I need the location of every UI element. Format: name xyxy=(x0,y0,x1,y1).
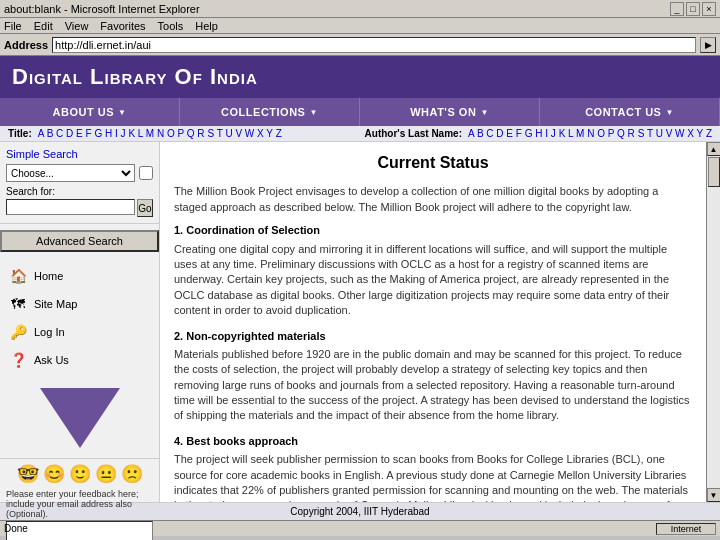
choose-checkbox[interactable] xyxy=(139,166,153,180)
login-icon: 🔑 xyxy=(8,322,28,342)
browser-controls: _ □ × xyxy=(670,2,716,16)
address-input[interactable] xyxy=(52,37,696,53)
nav-contact-us-arrow: ▼ xyxy=(665,108,673,117)
title-alpha-S[interactable]: S xyxy=(207,128,214,139)
content-title: Current Status xyxy=(174,152,692,174)
author-alpha-Y[interactable]: Y xyxy=(697,128,704,139)
title-alpha-V[interactable]: V xyxy=(235,128,242,139)
title-alpha-P[interactable]: P xyxy=(178,128,185,139)
sidebar-nav-login[interactable]: 🔑 Log In xyxy=(0,318,159,346)
menu-file[interactable]: File xyxy=(4,20,22,32)
nav-bar: ABOUT US ▼ COLLECTIONS ▼ WHAT'S ON ▼ CON… xyxy=(0,98,720,126)
author-alpha-S[interactable]: S xyxy=(638,128,645,139)
sidebar-nav-askus-label: Ask Us xyxy=(34,354,69,366)
title-alpha-N[interactable]: N xyxy=(157,128,164,139)
title-alpha-A[interactable]: A xyxy=(38,128,44,139)
menu-edit[interactable]: Edit xyxy=(34,20,53,32)
title-alpha-H[interactable]: H xyxy=(105,128,112,139)
author-alpha-E[interactable]: E xyxy=(506,128,513,139)
author-alpha-R[interactable]: R xyxy=(628,128,635,139)
author-alpha-Z[interactable]: Z xyxy=(706,128,712,139)
title-alpha-Q[interactable]: Q xyxy=(187,128,195,139)
scroll-thumb[interactable] xyxy=(708,157,720,187)
title-alpha-U[interactable]: U xyxy=(225,128,232,139)
title-alpha-B[interactable]: B xyxy=(47,128,54,139)
title-alpha-links: A B C D E F G H I J K L M N O P Q R S T … xyxy=(38,128,282,139)
scroll-down-button[interactable]: ▼ xyxy=(707,488,721,502)
status-right: Internet xyxy=(656,523,716,535)
nav-collections[interactable]: COLLECTIONS ▼ xyxy=(180,98,360,126)
address-bar: Address ▶ xyxy=(0,34,720,56)
go-button[interactable]: Go xyxy=(137,199,153,217)
nav-about-us-arrow: ▼ xyxy=(118,108,126,117)
author-alpha-C[interactable]: C xyxy=(486,128,493,139)
author-alpha-F[interactable]: F xyxy=(516,128,522,139)
choose-select[interactable]: Choose... xyxy=(6,164,135,182)
maximize-button[interactable]: □ xyxy=(686,2,700,16)
content-section-1: 2. Non-copyrighted materialsMaterials pu… xyxy=(174,329,692,424)
title-alpha-Z[interactable]: Z xyxy=(276,128,282,139)
title-alpha-D[interactable]: D xyxy=(66,128,73,139)
title-alpha-L[interactable]: L xyxy=(138,128,143,139)
author-alpha-U[interactable]: U xyxy=(656,128,663,139)
advanced-search-button[interactable]: Advanced Search xyxy=(0,230,159,252)
sidebar-nav-sitemap[interactable]: 🗺 Site Map xyxy=(0,290,159,318)
title-alpha-J[interactable]: J xyxy=(121,128,126,139)
author-alpha-Q[interactable]: Q xyxy=(617,128,625,139)
nav-about-us[interactable]: ABOUT US ▼ xyxy=(0,98,180,126)
title-alpha-X[interactable]: X xyxy=(257,128,264,139)
title-alpha-K[interactable]: K xyxy=(128,128,135,139)
author-alpha-M[interactable]: M xyxy=(576,128,584,139)
nav-whats-on-arrow: ▼ xyxy=(480,108,488,117)
choose-row: Choose... xyxy=(6,164,153,182)
address-label: Address xyxy=(4,39,48,51)
title-alpha-M[interactable]: M xyxy=(146,128,154,139)
nav-whats-on[interactable]: WHAT'S ON ▼ xyxy=(360,98,540,126)
search-input[interactable] xyxy=(6,199,135,215)
nav-collections-label: COLLECTIONS xyxy=(221,106,305,118)
author-alpha-J[interactable]: J xyxy=(551,128,556,139)
author-alpha-X[interactable]: X xyxy=(687,128,694,139)
menu-favorites[interactable]: Favorites xyxy=(100,20,145,32)
author-alpha-N[interactable]: N xyxy=(587,128,594,139)
author-alpha-T[interactable]: T xyxy=(647,128,653,139)
title-alpha-W[interactable]: W xyxy=(245,128,254,139)
menu-tools[interactable]: Tools xyxy=(158,20,184,32)
scroll-up-button[interactable]: ▲ xyxy=(707,142,721,156)
title-alpha-R[interactable]: R xyxy=(197,128,204,139)
author-alpha-V[interactable]: V xyxy=(666,128,673,139)
author-alpha-B[interactable]: B xyxy=(477,128,484,139)
menu-view[interactable]: View xyxy=(65,20,89,32)
author-alpha-H[interactable]: H xyxy=(535,128,542,139)
close-button[interactable]: × xyxy=(702,2,716,16)
title-alpha-G[interactable]: G xyxy=(94,128,102,139)
nav-contact-us[interactable]: CONTACT US ▼ xyxy=(540,98,720,126)
author-alpha-W[interactable]: W xyxy=(675,128,684,139)
author-alpha-P[interactable]: P xyxy=(608,128,615,139)
sidebar-nav-askus[interactable]: ❓ Ask Us xyxy=(0,346,159,374)
author-alpha-D[interactable]: D xyxy=(496,128,503,139)
author-alpha-A[interactable]: A xyxy=(468,128,474,139)
author-alpha-I[interactable]: I xyxy=(545,128,548,139)
address-go-button[interactable]: ▶ xyxy=(700,37,716,53)
title-alpha-O[interactable]: O xyxy=(167,128,175,139)
author-alpha-O[interactable]: O xyxy=(597,128,605,139)
title-alpha-Y[interactable]: Y xyxy=(266,128,273,139)
menu-help[interactable]: Help xyxy=(195,20,218,32)
simple-search-link[interactable]: Simple Search xyxy=(6,148,153,160)
author-alpha-L[interactable]: L xyxy=(568,128,573,139)
sidebar-nav-home[interactable]: 🏠 Home xyxy=(0,262,159,290)
content-area: Current Status The Million Book Project … xyxy=(160,142,706,502)
title-alpha-F[interactable]: F xyxy=(86,128,92,139)
minimize-button[interactable]: _ xyxy=(670,2,684,16)
content-intro: The Million Book Project envisages to de… xyxy=(174,184,692,215)
site-header: Digital Library Of India xyxy=(0,56,720,98)
title-alpha-C[interactable]: C xyxy=(56,128,63,139)
section-heading-0: 1. Coordination of Selection xyxy=(174,223,692,238)
status-bar: Done Internet xyxy=(0,520,720,536)
title-alpha-T[interactable]: T xyxy=(217,128,223,139)
title-alpha-I[interactable]: I xyxy=(115,128,118,139)
title-alpha-E[interactable]: E xyxy=(76,128,83,139)
author-alpha-G[interactable]: G xyxy=(525,128,533,139)
author-alpha-K[interactable]: K xyxy=(559,128,566,139)
